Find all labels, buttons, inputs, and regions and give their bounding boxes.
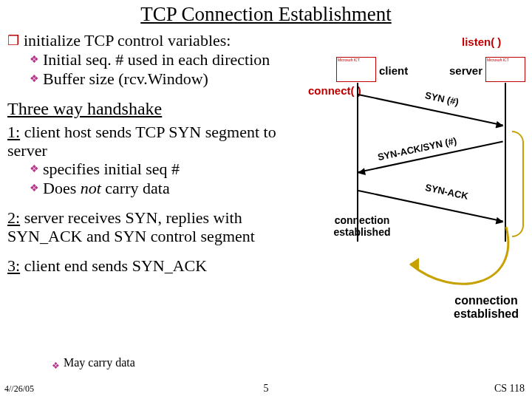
body-text: ❒ initialize TCP control variables: ❖ In… <box>7 31 303 275</box>
diamond-bullet-icon: ❖ <box>52 356 64 375</box>
footer-course: CS 118 <box>494 383 525 395</box>
init-block: ❒ initialize TCP control variables: ❖ In… <box>7 31 303 89</box>
init-sub1: Initial seq. # used in each direction <box>43 50 270 69</box>
step1-sub-b: Does not carry data <box>43 179 170 197</box>
server-label: server <box>449 64 482 77</box>
step-2: 2: server receives SYN, replies with SYN… <box>7 208 303 246</box>
diamond-bullet-icon: ❖ <box>30 69 43 89</box>
step-3: 3: client end sends SYN_ACK <box>7 256 303 275</box>
step-2-num: 2: <box>7 208 20 227</box>
three-way-handshake-heading: Three way handshake <box>7 99 303 120</box>
may-carry-data: ❖ May carry data <box>52 356 135 375</box>
step-1-num: 1: <box>7 123 20 141</box>
bullet-item: ❒ initialize TCP control variables: <box>7 31 303 50</box>
init-top: initialize TCP control variables: <box>24 31 231 50</box>
sub-bullet-item: ❖ Initial seq. # used in each direction <box>30 50 303 69</box>
missing-image-icon: Microsoft ICT <box>485 57 525 82</box>
listen-label: listen( ) <box>462 35 501 48</box>
connect-label: connect( ) <box>308 84 361 97</box>
step-1-text: client host sends TCP SYN segment to ser… <box>7 123 276 160</box>
server-lifeline <box>505 83 506 242</box>
diamond-bullet-icon: ❖ <box>30 179 43 198</box>
diamond-bullet-icon: ❖ <box>30 160 43 179</box>
square-bullet-icon: ❒ <box>7 31 24 50</box>
conn-established-server: connection established <box>442 294 531 321</box>
may-carry-text: May carry data <box>64 356 135 369</box>
step1-sub-b-italic: not <box>81 179 101 197</box>
footer-page-number: 5 <box>0 383 532 395</box>
init-sub2: Buffer size (rcv.Window) <box>43 69 208 88</box>
synack-label: SYN-ACK <box>424 182 469 202</box>
sequence-diagram: listen( ) Microsoft ICT client server Mi… <box>292 31 528 267</box>
slide: TCP Connection Establishment ❒ initializ… <box>0 0 532 399</box>
sub-bullet-item: ❖ specifies initial seq # <box>30 160 303 179</box>
conn-established-client: connection established <box>325 214 399 238</box>
step-1-line: 1: client host sends TCP SYN segment to … <box>7 123 303 160</box>
step-1: 1: client host sends TCP SYN segment to … <box>7 123 303 199</box>
step1-sub-b-suffix: carry data <box>101 179 170 197</box>
syn-label: SYN (#) <box>424 89 460 107</box>
slide-title: TCP Connection Establishment <box>0 3 532 26</box>
client-label: client <box>379 64 408 77</box>
sub-bullet-item: ❖ Does not carry data <box>30 179 303 198</box>
step1-sub-a: specifies initial seq # <box>43 160 180 178</box>
sub-bullet-item: ❖ Buffer size (rcv.Window) <box>30 69 303 89</box>
step-2-text: server receives SYN, replies with SYN_AC… <box>7 208 255 245</box>
svg-marker-0 <box>410 258 419 271</box>
step-3-num: 3: <box>7 256 20 275</box>
diamond-bullet-icon: ❖ <box>30 50 43 69</box>
step1-sub-b-prefix: Does <box>43 179 81 197</box>
missing-image-icon: Microsoft ICT <box>336 57 376 82</box>
step-3-text: client end sends SYN_ACK <box>20 256 207 275</box>
